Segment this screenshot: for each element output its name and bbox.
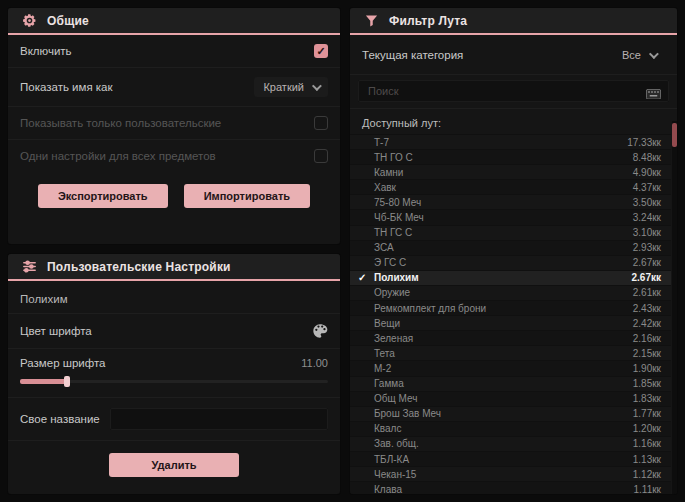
loot-name: ТБЛ-КА bbox=[372, 454, 633, 465]
app-root: Общие Включить ✓ Показать имя как Кратки… bbox=[0, 0, 685, 502]
loot-row[interactable]: 75-80 Меч3.50кк bbox=[350, 194, 671, 209]
custom-settings-panel: Пользовательские Настройки Полихим Цвет … bbox=[8, 254, 340, 494]
gear-icon bbox=[22, 13, 37, 28]
loot-value: 2.67кк bbox=[632, 272, 665, 283]
name-mode-row: Показать имя как Краткий bbox=[8, 68, 340, 107]
loot-row[interactable]: ТБЛ-КА1.13кк bbox=[350, 451, 671, 466]
loot-row[interactable]: ЗСА2.93кк bbox=[350, 240, 671, 255]
loot-filter-header: Фильтр Лута bbox=[350, 8, 677, 35]
custom-name-input[interactable] bbox=[110, 408, 328, 430]
settings-sliders-icon bbox=[22, 259, 37, 274]
category-row: Текущая категория Все bbox=[350, 35, 677, 75]
loot-name: Э ГС С bbox=[372, 257, 633, 268]
loot-row[interactable]: Тета2.15кк bbox=[350, 345, 671, 360]
right-column: Фильтр Лута Текущая категория Все Доступ… bbox=[350, 8, 677, 494]
loot-row[interactable]: Оружие2.61кк bbox=[350, 285, 671, 300]
loot-value: 4.37кк bbox=[633, 182, 665, 193]
loot-name: Клава bbox=[372, 484, 634, 494]
font-size-row: Размер шрифта 11.00 bbox=[8, 349, 340, 398]
keyboard-icon[interactable] bbox=[646, 85, 661, 97]
loot-value: 1.11кк bbox=[634, 484, 665, 494]
general-panel-title: Общие bbox=[47, 14, 89, 28]
loot-filter-panel: Фильтр Лута Текущая категория Все Доступ… bbox=[350, 8, 677, 494]
loot-row[interactable]: Камни4.90кк bbox=[350, 164, 671, 179]
loot-value: 1.90кк bbox=[633, 363, 665, 374]
font-size-label: Размер шрифта bbox=[20, 357, 301, 369]
custom-name-row: Свое название bbox=[8, 398, 340, 441]
general-panel: Общие Включить ✓ Показать имя как Кратки… bbox=[8, 8, 340, 244]
loot-value: 2.93кк bbox=[633, 242, 665, 253]
loot-name: Общ Меч bbox=[372, 393, 633, 404]
scrollbar-thumb[interactable] bbox=[672, 123, 677, 147]
loot-row[interactable]: Ремкомплект для брони2.43кк bbox=[350, 300, 671, 315]
custom-settings-header: Пользовательские Настройки bbox=[8, 254, 340, 281]
search-input[interactable] bbox=[358, 80, 669, 102]
font-color-label: Цвет шрифта bbox=[20, 325, 312, 337]
loot-row[interactable]: Квалс1.20кк bbox=[350, 421, 671, 436]
loot-name: Брош Зав Меч bbox=[372, 408, 633, 419]
loot-value: 3.24кк bbox=[633, 212, 665, 223]
loot-value: 2.43кк bbox=[633, 303, 665, 314]
enable-row: Включить ✓ bbox=[8, 35, 340, 68]
loot-name: Зеленая bbox=[372, 333, 633, 344]
loot-name: Оружие bbox=[372, 287, 633, 298]
loot-row[interactable]: ТН ГО С8.48кк bbox=[350, 149, 671, 164]
loot-value: 1.16кк bbox=[633, 438, 665, 449]
loot-name: Зав. общ. bbox=[372, 438, 633, 449]
only-custom-row: Показывать только пользовательские bbox=[8, 107, 340, 140]
loot-row[interactable]: М-21.90кк bbox=[350, 360, 671, 375]
general-panel-header: Общие bbox=[8, 8, 340, 35]
name-mode-label: Показать имя как bbox=[20, 81, 254, 93]
only-custom-checkbox[interactable] bbox=[314, 116, 328, 130]
export-import-row: Экспортировать Импортировать bbox=[8, 172, 340, 222]
loot-row[interactable]: Хавк4.37кк bbox=[350, 179, 671, 194]
same-settings-checkbox[interactable] bbox=[314, 149, 328, 163]
name-mode-value: Краткий bbox=[263, 81, 304, 93]
loot-row[interactable]: Общ Меч1.83кк bbox=[350, 391, 671, 406]
scrollbar[interactable] bbox=[672, 121, 677, 494]
delete-button[interactable]: Удалить bbox=[109, 453, 238, 477]
font-color-row: Цвет шрифта bbox=[8, 313, 340, 349]
left-column: Общие Включить ✓ Показать имя как Кратки… bbox=[8, 8, 340, 494]
loot-row[interactable]: Гамма1.85кк bbox=[350, 376, 671, 391]
delete-row: Удалить bbox=[8, 441, 340, 491]
chevron-down-icon bbox=[312, 81, 322, 91]
font-size-slider[interactable] bbox=[20, 376, 328, 387]
export-button[interactable]: Экспортировать bbox=[38, 184, 168, 208]
same-settings-label: Одни настройки для всех предметов bbox=[20, 150, 314, 162]
loot-row[interactable]: Зеленая2.16кк bbox=[350, 330, 671, 345]
custom-name-label: Свое название bbox=[20, 413, 100, 425]
loot-row[interactable]: Клава1.11кк bbox=[350, 481, 671, 494]
loot-name: Чб-БК Меч bbox=[372, 212, 633, 223]
loot-value: 2.15кк bbox=[633, 348, 665, 359]
loot-row[interactable]: ТН ГС С3.10кк bbox=[350, 225, 671, 240]
custom-settings-title: Пользовательские Настройки bbox=[47, 260, 231, 274]
loot-name: Гамма bbox=[372, 378, 633, 389]
loot-value: 3.10кк bbox=[633, 227, 665, 238]
loot-row[interactable]: Брош Зав Меч1.77кк bbox=[350, 406, 671, 421]
loot-value: 3.50кк bbox=[633, 197, 665, 208]
loot-value: 2.42кк bbox=[633, 318, 665, 329]
same-settings-row: Одни настройки для всех предметов bbox=[8, 140, 340, 172]
slider-handle[interactable] bbox=[64, 376, 70, 387]
loot-row[interactable]: ✓Полихим2.67кк bbox=[350, 270, 671, 285]
palette-icon[interactable] bbox=[312, 323, 328, 339]
loot-row[interactable]: Чекан-151.12кк bbox=[350, 466, 671, 481]
loot-row[interactable]: Зав. общ.1.16кк bbox=[350, 436, 671, 451]
loot-list: Т-717.33ккТН ГО С8.48ккКамни4.90ккХавк4.… bbox=[350, 134, 677, 494]
loot-row[interactable]: Э ГС С2.67кк bbox=[350, 255, 671, 270]
loot-row[interactable]: Вещи2.42кк bbox=[350, 315, 671, 330]
loot-name: Вещи bbox=[372, 318, 633, 329]
enable-checkbox[interactable]: ✓ bbox=[314, 44, 328, 58]
category-select[interactable]: Все bbox=[613, 45, 665, 65]
import-button[interactable]: Импортировать bbox=[184, 184, 310, 208]
loot-row[interactable]: Чб-БК Меч3.24кк bbox=[350, 209, 671, 224]
slider-fill bbox=[20, 379, 66, 384]
loot-value: 2.67кк bbox=[633, 257, 665, 268]
loot-value: 2.16кк bbox=[633, 333, 665, 344]
enable-label: Включить bbox=[20, 45, 314, 57]
name-mode-select[interactable]: Краткий bbox=[254, 77, 328, 97]
loot-filter-title: Фильтр Лута bbox=[389, 14, 467, 28]
loot-name: Тета bbox=[372, 348, 633, 359]
loot-row[interactable]: Т-717.33кк bbox=[350, 134, 671, 149]
